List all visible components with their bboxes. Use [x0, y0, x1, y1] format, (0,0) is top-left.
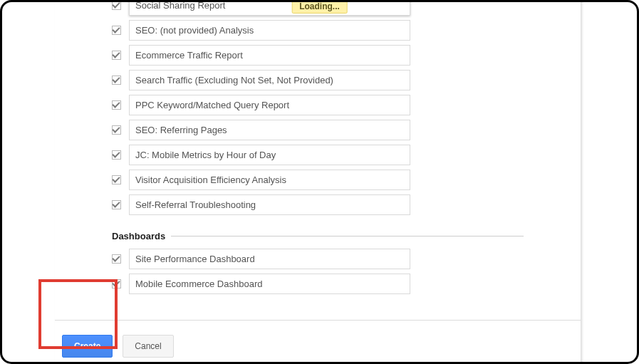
report-field[interactable]: Visitor Acquisition Efficiency Analysis [129, 170, 410, 190]
report-field[interactable]: SEO: (not provided) Analysis [129, 20, 410, 41]
dashboards-heading: Dashboards [112, 231, 524, 241]
inner-area: Loading... Social Sharing Report SEO: (n… [2, 2, 637, 362]
heading-rule [171, 236, 524, 236]
loading-badge: Loading... [291, 2, 348, 14]
report-row: Visitor Acquisition Efficiency Analysis [112, 170, 524, 190]
report-checkbox[interactable] [112, 76, 121, 85]
report-row: Ecommerce Traffic Report [112, 45, 524, 66]
dashboard-checkbox[interactable] [112, 279, 121, 288]
report-row: JC: Mobile Metrics by Hour of Day [112, 145, 524, 165]
report-field[interactable]: JC: Mobile Metrics by Hour of Day [129, 145, 410, 165]
report-row: SEO: (not provided) Analysis [112, 20, 524, 41]
dashboard-field[interactable]: Site Performance Dashboard [129, 249, 410, 269]
report-row: Search Traffic (Excluding Not Set, Not P… [112, 70, 524, 90]
report-row: PPC Keyword/Matched Query Report [112, 95, 524, 115]
modal-footer: Create Cancel [55, 320, 581, 362]
report-field[interactable]: Ecommerce Traffic Report [129, 45, 410, 66]
report-checkbox[interactable] [112, 26, 121, 35]
report-checkbox[interactable] [112, 51, 121, 60]
dashboard-row: Site Performance Dashboard [112, 249, 524, 269]
create-button[interactable]: Create [62, 335, 113, 358]
report-checkbox[interactable] [112, 200, 121, 209]
report-field[interactable]: Social Sharing Report [129, 2, 410, 16]
report-row: SEO: Referring Pages [112, 120, 524, 140]
import-modal: Social Sharing Report SEO: (not provided… [55, 2, 581, 362]
cancel-button[interactable]: Cancel [123, 335, 173, 358]
report-field[interactable]: SEO: Referring Pages [129, 120, 410, 140]
window-frame: Loading... Social Sharing Report SEO: (n… [0, 0, 639, 364]
dashboard-field[interactable]: Mobile Ecommerce Dashboard [129, 274, 410, 294]
dashboard-row: Mobile Ecommerce Dashboard [112, 274, 524, 294]
report-row: Self-Referral Troubleshooting [112, 194, 524, 215]
dashboards-heading-text: Dashboards [112, 231, 165, 241]
report-checkbox[interactable] [112, 175, 121, 184]
report-field[interactable]: Self-Referral Troubleshooting [129, 194, 410, 215]
report-field[interactable]: PPC Keyword/Matched Query Report [129, 95, 410, 115]
report-checkbox[interactable] [112, 100, 121, 110]
dashboard-checkbox[interactable] [112, 254, 121, 264]
report-field[interactable]: Search Traffic (Excluding Not Set, Not P… [129, 70, 410, 90]
report-checkbox[interactable] [112, 150, 121, 160]
modal-content: Social Sharing Report SEO: (not provided… [55, 2, 581, 294]
report-checkbox[interactable] [112, 2, 121, 10]
report-checkbox[interactable] [112, 125, 121, 135]
